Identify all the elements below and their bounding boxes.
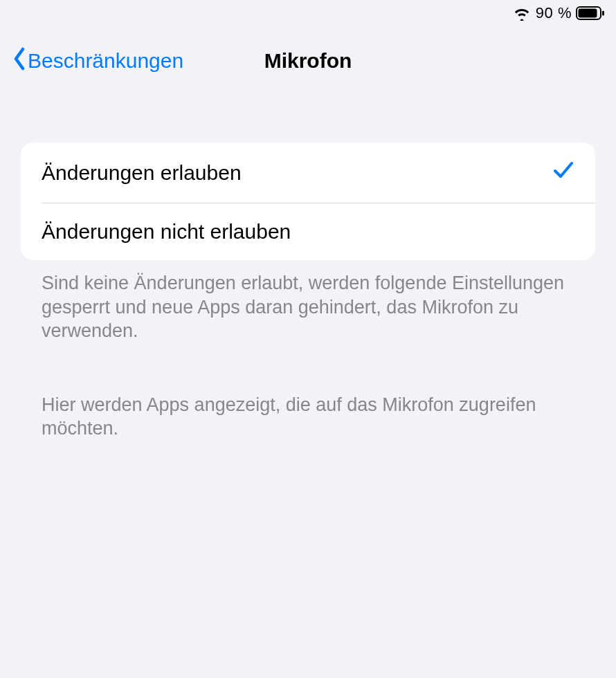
back-label: Beschränkungen bbox=[28, 49, 183, 73]
battery-percent: 90 % bbox=[536, 4, 572, 22]
group-footer-2: Hier werden Apps angezeigt, die auf das … bbox=[21, 382, 595, 441]
battery-icon bbox=[576, 6, 605, 21]
group-footer-1: Sind keine Änderungen erlaubt, werden fo… bbox=[21, 260, 595, 343]
svg-rect-1 bbox=[602, 11, 604, 16]
option-disallow-changes[interactable]: Änderungen nicht erlauben bbox=[21, 203, 595, 260]
svg-rect-2 bbox=[579, 9, 597, 18]
status-bar: 90 % bbox=[512, 4, 605, 22]
wifi-icon bbox=[512, 6, 532, 21]
chevron-left-icon bbox=[12, 47, 26, 75]
content-area: Änderungen erlauben Änderungen nicht erl… bbox=[0, 143, 616, 441]
back-button[interactable]: Beschränkungen bbox=[0, 47, 183, 75]
option-allow-changes[interactable]: Änderungen erlauben bbox=[21, 143, 595, 203]
checkmark-icon bbox=[552, 159, 574, 186]
option-label: Änderungen nicht erlauben bbox=[42, 220, 291, 244]
option-label: Änderungen erlauben bbox=[42, 161, 242, 185]
options-group: Änderungen erlauben Änderungen nicht erl… bbox=[21, 143, 595, 260]
nav-bar: Beschränkungen Mikrofon bbox=[0, 42, 616, 80]
